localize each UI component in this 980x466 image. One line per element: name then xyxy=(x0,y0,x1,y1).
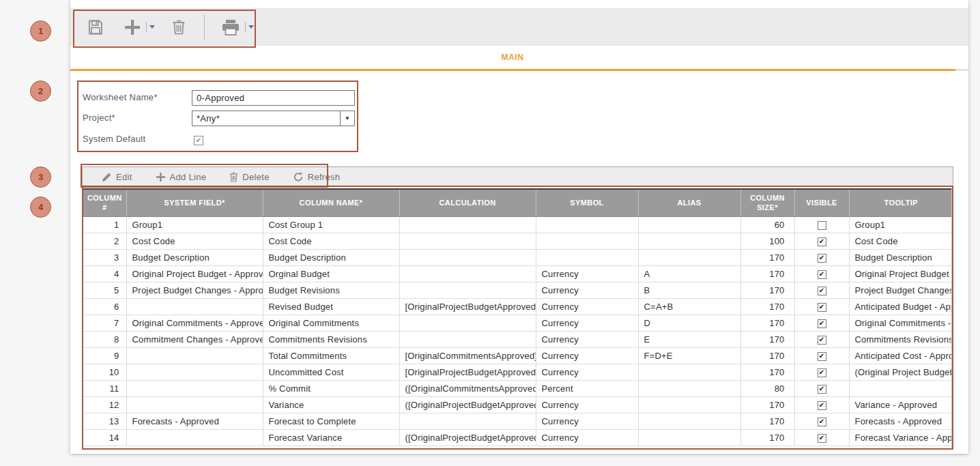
add-line-button-label: Add Line xyxy=(170,172,207,182)
grid-toolbar: Edit Add Line Delete xyxy=(82,166,953,187)
cell-num: 9 xyxy=(83,347,126,364)
cell-visible: ✔ xyxy=(794,249,849,265)
table-row[interactable]: 5Project Budget Changes - ApprovedBudget… xyxy=(83,282,952,298)
cell-num: 13 xyxy=(83,413,126,429)
refresh-button[interactable]: Refresh xyxy=(293,172,341,182)
table-row[interactable]: 12Variance([OriginalProjectBudgetApprove… xyxy=(83,396,952,413)
cell-column_name: Commitments Revisions xyxy=(263,331,399,347)
header-visible[interactable]: VISIBLE xyxy=(794,189,849,216)
table-row[interactable]: 4Original Project Budget - ApprovedOrgin… xyxy=(83,265,952,282)
add-dropdown-caret[interactable] xyxy=(146,22,155,33)
cell-symbol xyxy=(536,233,638,249)
cell-tooltip: Forecast Variance - Approved xyxy=(849,429,952,446)
table-row[interactable]: 2Cost CodeCost Code100✔Cost Code xyxy=(83,233,952,249)
visible-checkbox-checked[interactable]: ✔ xyxy=(818,418,826,426)
project-label: Project* xyxy=(83,113,115,123)
edit-button[interactable]: Edit xyxy=(102,172,132,182)
cell-tooltip xyxy=(849,380,952,396)
cell-symbol: Percent xyxy=(536,380,638,396)
visible-checkbox-checked[interactable]: ✔ xyxy=(818,237,826,246)
cell-visible: ✔ xyxy=(794,282,849,298)
save-icon[interactable] xyxy=(87,18,104,36)
cell-size: 170 xyxy=(740,298,794,315)
project-select[interactable]: *Any* ▼ xyxy=(192,111,355,126)
table-row[interactable]: 1Group1Cost Group 160Group1 xyxy=(83,216,952,233)
print-icon[interactable] xyxy=(221,18,240,36)
cell-symbol: Currency xyxy=(536,265,638,282)
header-system-field[interactable]: SYSTEM FIELD* xyxy=(126,189,263,216)
print-dropdown-caret[interactable] xyxy=(245,22,254,33)
table-row[interactable]: 13Forecasts - ApprovedForecast to Comple… xyxy=(83,413,952,429)
add-icon[interactable] xyxy=(124,18,141,36)
cell-symbol: Currency xyxy=(536,347,638,364)
cell-calculation xyxy=(399,282,536,298)
cell-num: 5 xyxy=(83,282,126,298)
header-symbol[interactable]: SYMBOL xyxy=(536,189,638,216)
cell-calculation xyxy=(399,216,536,233)
visible-checkbox-checked[interactable]: ✔ xyxy=(818,385,826,394)
delete-line-button[interactable]: Delete xyxy=(229,172,269,182)
add-line-button[interactable]: Add Line xyxy=(156,172,207,182)
table-row[interactable]: 14Forecast Variance([OriginalProjectBudg… xyxy=(83,429,952,446)
cell-column_name: Original Commitments xyxy=(263,315,399,331)
cell-tooltip: Variance - Approved xyxy=(849,396,952,413)
visible-checkbox-checked[interactable]: ✔ xyxy=(818,270,826,279)
table-row[interactable]: 3Budget DescriptionBudget Description170… xyxy=(83,249,952,265)
cell-symbol: Currency xyxy=(536,413,638,429)
cell-system_field: Original Project Budget - Approved xyxy=(126,265,263,282)
header-tooltip[interactable]: TOOLTIP xyxy=(849,189,952,216)
visible-checkbox-checked[interactable]: ✔ xyxy=(818,434,826,443)
annotation-marker-3: 3 xyxy=(30,166,51,188)
cell-alias xyxy=(638,233,740,249)
table-row[interactable]: 10Uncommitted Cost[OriginalProjectBudget… xyxy=(83,364,952,380)
delete-icon[interactable] xyxy=(171,18,186,35)
chevron-down-icon: ▼ xyxy=(345,115,350,121)
table-row[interactable]: 7Original Commitments - ApprovedOriginal… xyxy=(83,315,952,331)
cell-size: 170 xyxy=(740,282,794,298)
visible-checkbox-checked[interactable]: ✔ xyxy=(818,319,826,328)
visible-checkbox-checked[interactable]: ✔ xyxy=(818,254,826,263)
cell-column_name: % Commit xyxy=(263,380,399,396)
header-alias[interactable]: ALIAS xyxy=(638,189,740,216)
cell-num: 11 xyxy=(83,380,126,396)
cell-column_name: Orginal Budget xyxy=(263,265,399,282)
table-row[interactable]: 6Revised Budget[OriginalProjectBudgetApp… xyxy=(83,298,952,315)
cell-tooltip: Anticipated Budget - Approved xyxy=(849,298,952,315)
cell-system_field xyxy=(126,364,263,380)
cell-size: 170 xyxy=(740,265,794,282)
cell-calculation: ([OriginalProjectBudgetApproved xyxy=(399,396,536,413)
header-column-size[interactable]: COLUMN SIZE* xyxy=(740,189,794,216)
project-dropdown-button[interactable]: ▼ xyxy=(340,111,354,126)
cell-tooltip: Budget Description xyxy=(849,249,952,265)
visible-checkbox-checked[interactable]: ✔ xyxy=(818,352,826,361)
visible-checkbox-checked[interactable]: ✔ xyxy=(818,368,826,377)
cell-alias: E xyxy=(638,331,740,347)
visible-checkbox-unchecked[interactable] xyxy=(818,221,826,230)
cell-symbol: Currency xyxy=(536,315,638,331)
plus-icon xyxy=(156,172,166,182)
cell-size: 170 xyxy=(740,249,794,265)
header-calculation[interactable]: CALCULATION xyxy=(399,189,536,216)
worksheet-name-input[interactable] xyxy=(192,90,355,106)
cell-calculation: [OriginalCommitmentsApproved]+ xyxy=(399,347,536,364)
visible-checkbox-checked[interactable]: ✔ xyxy=(818,336,826,345)
header-column-name[interactable]: COLUMN NAME* xyxy=(263,189,399,216)
table-row[interactable]: 8Commitment Changes - ApprovedCommitment… xyxy=(83,331,952,347)
cell-alias: A xyxy=(638,265,740,282)
cell-size: 170 xyxy=(740,413,794,429)
visible-checkbox-checked[interactable]: ✔ xyxy=(818,303,826,312)
tab-main[interactable]: MAIN xyxy=(70,53,955,62)
table-row[interactable]: 9Total Commitments[OriginalCommitmentsAp… xyxy=(83,347,952,364)
cell-system_field: Project Budget Changes - Approved xyxy=(126,282,263,298)
system-default-checkbox[interactable]: ✔ xyxy=(194,136,203,145)
cell-alias xyxy=(638,429,740,446)
edit-button-label: Edit xyxy=(116,172,132,182)
cell-alias xyxy=(638,396,740,413)
header-column-number[interactable]: COLUMN # xyxy=(83,189,126,216)
cell-alias: D xyxy=(638,315,740,331)
visible-checkbox-checked[interactable]: ✔ xyxy=(818,401,826,410)
cell-size: 170 xyxy=(740,364,794,380)
table-row[interactable]: 11% Commit([OriginalCommitmentsApprovedP… xyxy=(83,380,952,396)
cell-visible: ✔ xyxy=(794,331,849,347)
visible-checkbox-checked[interactable]: ✔ xyxy=(818,287,826,295)
